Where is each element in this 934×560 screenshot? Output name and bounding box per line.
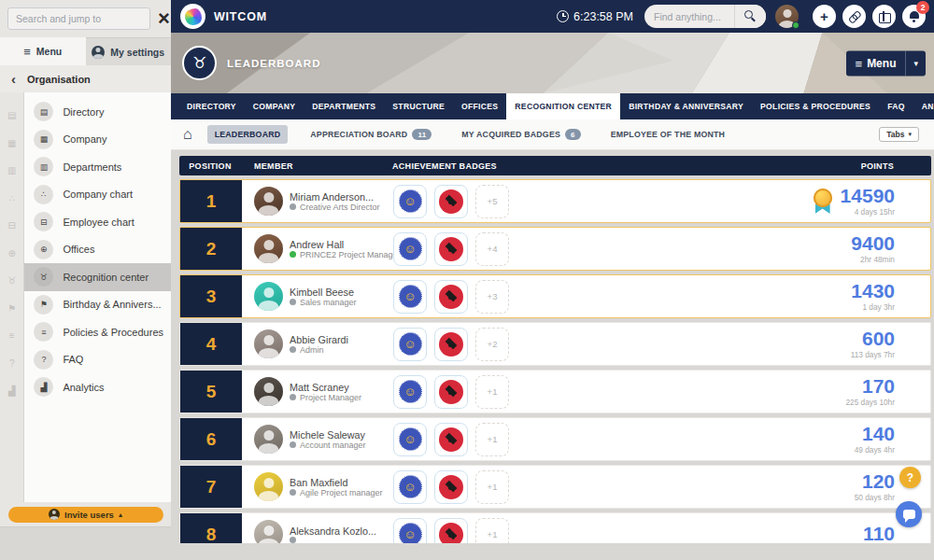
user-avatar[interactable] (775, 5, 799, 28)
smiley-badge[interactable]: ☺ (393, 470, 427, 504)
page-title: LEADERBOARD (227, 58, 320, 69)
more-badges[interactable]: +1 (475, 518, 509, 544)
subtab-appreciation-board[interactable]: APPRECIATION BOARD11 (303, 124, 439, 145)
graduation-badge[interactable] (434, 423, 468, 456)
member-role: PRINCE2 Project Manager (300, 250, 401, 259)
graduation-badge[interactable] (434, 280, 468, 314)
sidebar-item-company[interactable]: ▦ Company (24, 126, 171, 154)
graduation-badge[interactable] (434, 232, 468, 266)
tab-my-settings[interactable]: My settings (86, 37, 172, 65)
subtab-my-acquired-badges[interactable]: MY ACQUIRED BADGES6 (454, 124, 587, 145)
subtab-leaderboard[interactable]: LEADERBOARD (207, 125, 289, 144)
sidebar-item-analytics[interactable]: ▟ Analytics (24, 373, 171, 401)
birthday-icon: ⚑ (34, 295, 53, 315)
tab-company[interactable]: COMPANY (245, 93, 304, 119)
more-badges[interactable]: +5 (475, 185, 509, 218)
count-badge: 6 (565, 129, 581, 140)
add-button[interactable]: + (813, 5, 836, 28)
tab-birthday-anniversary[interactable]: BIRTHDAY & ANNIVERSARY (620, 93, 752, 119)
page-banner: ♉ LEADERBOARD ≡ Menu ▾ (171, 33, 934, 93)
departments-icon: ▥ (34, 157, 53, 176)
tab-settings-label: My settings (110, 47, 164, 58)
links-button[interactable] (842, 5, 866, 28)
tab-menu[interactable]: ≡ Menu (0, 37, 86, 65)
breadcrumb-organisation[interactable]: ‹ Organisation (0, 65, 171, 92)
tab-departments[interactable]: DEPARTMENTS (304, 93, 384, 119)
tabs-dropdown-button[interactable]: Tabs▾ (879, 127, 919, 142)
smiley-badge[interactable]: ☺ (393, 423, 427, 456)
tab-structure[interactable]: STRUCTURE (384, 93, 453, 119)
smiley-badge[interactable]: ☺ (393, 280, 427, 314)
ghost-icon: ∴ (9, 185, 15, 213)
find-anything-input[interactable] (644, 5, 734, 28)
ghost-icon: ⚑ (7, 295, 16, 323)
topbar-actions: 6:23:58 PM + 2 (557, 5, 926, 28)
smiley-badge[interactable]: ☺ (393, 375, 427, 409)
sidebar-item-directory[interactable]: ▤ Directory (24, 98, 171, 126)
collapse-arrow-icon: ▴ (119, 511, 122, 519)
graduation-badge[interactable] (434, 328, 468, 361)
graduation-badge[interactable] (434, 375, 468, 409)
subtab-employee-of-the-month[interactable]: EMPLOYEE OF THE MONTH (603, 125, 732, 144)
sidebar-item-company-chart[interactable]: ∴ Company chart (24, 181, 171, 209)
notifications-button[interactable]: 2 (902, 5, 926, 28)
sidebar-item-departments[interactable]: ▥ Departments (24, 153, 171, 181)
points-time: 4 days 15hr (855, 207, 895, 217)
more-badges[interactable]: +1 (475, 375, 509, 409)
graduation-badge[interactable] (434, 518, 468, 544)
position-cell: 5 (180, 371, 242, 413)
search-button[interactable] (734, 5, 766, 28)
table-row[interactable]: 1 Miriam Anderson... Creative Arts Direc… (179, 179, 931, 223)
sidebar-item-recognition-center[interactable]: ♉ Recognition center (24, 263, 171, 291)
table-row[interactable]: 2 Andrew Hall PRINCE2 Project Manager ☺ … (179, 227, 931, 271)
home-icon[interactable]: ⌂ (183, 127, 192, 142)
employee-chart-icon: ⊟ (34, 212, 53, 231)
help-button[interactable]: ? (899, 467, 921, 488)
back-chevron-icon[interactable]: ‹ (11, 71, 16, 87)
table-row[interactable]: 6 Michele Saleway Account manager ☺ +1 (179, 417, 931, 461)
table-row[interactable]: 4 Abbie Girardi Admin ☺ +2 (179, 322, 931, 366)
more-badges[interactable]: +4 (475, 232, 509, 266)
jump-search-input[interactable] (7, 7, 150, 30)
smiley-badge[interactable]: ☺ (393, 185, 427, 218)
sidebar-item-policies[interactable]: ≡ Policies & Procedures (24, 318, 171, 346)
sidebar-item-offices[interactable]: ⊕ Offices (24, 236, 171, 264)
leaderboard-medal-icon: ♉ (182, 46, 217, 80)
table-row[interactable]: 5 Matt Scraney Project Manager ☺ +1 (179, 370, 931, 413)
close-icon[interactable]: × (156, 9, 172, 28)
more-badges[interactable]: +2 (475, 328, 509, 361)
sidebar-item-employee-chart[interactable]: ⊟ Employee chart (24, 208, 171, 236)
smiley-badge[interactable]: ☺ (393, 232, 427, 266)
sidebar-item-birthday[interactable]: ⚑ Birthday & Annivers... (24, 291, 171, 319)
invite-users-button[interactable]: Invite users ▴ (8, 507, 163, 523)
tab-offices[interactable]: OFFICES (453, 93, 506, 119)
banner-menu-button[interactable]: ≡ Menu ▾ (846, 50, 926, 76)
tab-policies-procedures[interactable]: POLICIES & PROCEDURES (752, 93, 879, 119)
table-row[interactable]: 7 Ban Maxfield Agile Project manager ☺ +… (179, 465, 931, 509)
table-header: POSITION MEMBER ACHIEVEMENT BADGES POINT… (179, 156, 931, 175)
graduation-badge[interactable] (434, 185, 468, 218)
app-logo[interactable]: WITCOM (180, 4, 267, 29)
tab-recognition-center[interactable]: RECOGNITION CENTER (506, 93, 620, 119)
table-row[interactable]: 8 Aleksandra Kozlo... ☺ +1 (179, 512, 931, 543)
clock-icon (557, 10, 569, 22)
tab-analytics[interactable]: ANALYTICS (913, 93, 934, 119)
points-time: 225 days 10hr (845, 398, 895, 407)
more-badges[interactable]: +3 (475, 280, 509, 314)
smiley-badge[interactable]: ☺ (393, 518, 427, 544)
gifts-button[interactable] (872, 5, 896, 28)
more-badges[interactable]: +1 (475, 423, 509, 456)
more-badges[interactable]: +1 (475, 470, 509, 504)
table-row[interactable]: 3 Kimbell Beese Sales manager ☺ +3 (179, 274, 931, 318)
section-title: Organisation (27, 74, 91, 85)
count-badge: 11 (412, 129, 432, 140)
sidebar-item-faq[interactable]: ? FAQ (24, 346, 171, 374)
position-cell: 8 (180, 513, 242, 543)
chevron-down-icon[interactable]: ▾ (905, 50, 926, 76)
tab-menu-label: Menu (36, 46, 62, 57)
tab-directory[interactable]: DIRECTORY (178, 93, 245, 119)
chat-button[interactable] (896, 501, 922, 527)
smiley-badge[interactable]: ☺ (393, 328, 427, 361)
graduation-badge[interactable] (434, 470, 468, 504)
tab-faq[interactable]: FAQ (879, 93, 913, 119)
